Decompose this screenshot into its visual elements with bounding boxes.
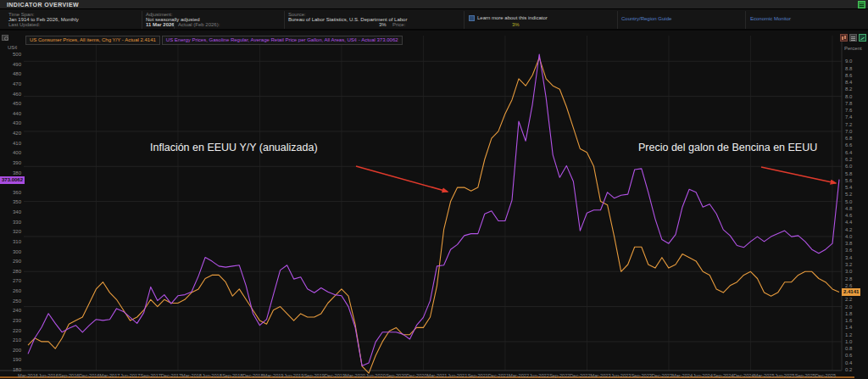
cpi-last-value-tag: 2.4141 bbox=[842, 288, 860, 296]
svg-text:260: 260 bbox=[13, 288, 22, 293]
annotation-arrow bbox=[761, 167, 836, 183]
divider bbox=[617, 11, 618, 29]
svg-text:500: 500 bbox=[13, 52, 22, 57]
legend-gas-label: US Energy Prices, Gasoline Regular, Aver… bbox=[166, 37, 398, 42]
indicator-overview-screen: INDICATOR OVERVIEW Time Span: Jan 1914 t… bbox=[0, 0, 868, 379]
svg-text:8.4: 8.4 bbox=[845, 80, 853, 85]
titlebar: INDICATOR OVERVIEW bbox=[0, 0, 868, 9]
svg-text:210: 210 bbox=[13, 337, 22, 343]
svg-text:6.0: 6.0 bbox=[845, 164, 853, 169]
svg-text:8.2: 8.2 bbox=[845, 86, 853, 92]
svg-text:4.2: 4.2 bbox=[845, 227, 853, 232]
svg-text:Sep-2019: Sep-2019 bbox=[304, 373, 325, 378]
svg-text:7.0: 7.0 bbox=[845, 129, 853, 134]
adjustment-cell: Adjustment: Not seasonally adjusted bbox=[146, 12, 200, 22]
svg-text:5.2: 5.2 bbox=[845, 192, 853, 197]
svg-text:Jun-2022: Jun-2022 bbox=[529, 373, 548, 378]
svg-text:2.0: 2.0 bbox=[845, 304, 853, 309]
svg-text:Mar-2018: Mar-2018 bbox=[181, 373, 202, 378]
svg-text:290: 290 bbox=[13, 259, 22, 264]
svg-text:6.8: 6.8 bbox=[845, 136, 853, 141]
svg-text:Dec-2018: Dec-2018 bbox=[242, 373, 263, 378]
source-cell: Source: Bureau of Labor Statistics, U.S.… bbox=[288, 12, 407, 22]
svg-text:Jun-2023: Jun-2023 bbox=[611, 373, 631, 378]
svg-text:490: 490 bbox=[13, 62, 22, 67]
svg-text:Jun-2018: Jun-2018 bbox=[202, 373, 221, 378]
svg-text:6.4: 6.4 bbox=[845, 150, 853, 155]
svg-text:2.2: 2.2 bbox=[845, 297, 853, 302]
svg-text:Mar-2023: Mar-2023 bbox=[591, 373, 611, 378]
learn-more-link[interactable]: Learn more about this indicator bbox=[469, 15, 548, 21]
svg-text:0.8: 0.8 bbox=[845, 346, 853, 351]
svg-text:Sep-2024: Sep-2024 bbox=[713, 373, 733, 378]
last-updated-label: Last Updated: bbox=[8, 22, 40, 27]
svg-text:7.8: 7.8 bbox=[845, 101, 853, 106]
svg-text:Sep-2016: Sep-2016 bbox=[58, 373, 79, 378]
chart-area[interactable]: 5004904804704604504404304204104003903803… bbox=[0, 31, 868, 379]
svg-text:450: 450 bbox=[13, 101, 22, 106]
svg-text:Mar-2016: Mar-2016 bbox=[18, 373, 38, 378]
svg-text:5.4: 5.4 bbox=[845, 185, 853, 190]
svg-text:250: 250 bbox=[13, 298, 22, 304]
svg-text:7.4: 7.4 bbox=[845, 114, 853, 120]
legend-gas[interactable]: US Energy Prices, Gasoline Regular, Aver… bbox=[162, 36, 403, 45]
svg-text:Dec-2020: Dec-2020 bbox=[406, 373, 426, 378]
svg-text:1.8: 1.8 bbox=[845, 311, 853, 316]
gas-last-value-tag: 373.0062 bbox=[0, 176, 25, 184]
svg-text:Mar-2017: Mar-2017 bbox=[100, 373, 120, 378]
actual-label: Actual (Feb 2026): bbox=[178, 22, 220, 27]
svg-text:470: 470 bbox=[13, 81, 22, 86]
svg-text:4.4: 4.4 bbox=[845, 220, 853, 225]
svg-text:Jun-2021: Jun-2021 bbox=[448, 373, 467, 378]
annotation-arrow bbox=[356, 166, 448, 192]
svg-text:3.2: 3.2 bbox=[845, 262, 853, 267]
data-table-icon[interactable] bbox=[849, 34, 857, 42]
svg-text:7.2: 7.2 bbox=[845, 122, 853, 127]
right-axis-unit: Percent bbox=[844, 46, 862, 51]
svg-text:390: 390 bbox=[13, 160, 22, 165]
svg-text:4.0: 4.0 bbox=[845, 234, 853, 239]
camera-icon[interactable] bbox=[2, 35, 8, 41]
svg-text:4.8: 4.8 bbox=[845, 206, 853, 211]
svg-text:Jun-2025: Jun-2025 bbox=[775, 373, 794, 378]
svg-text:Mar-2021: Mar-2021 bbox=[427, 373, 448, 378]
svg-text:280: 280 bbox=[13, 269, 22, 274]
svg-text:Mar-2022: Mar-2022 bbox=[509, 373, 529, 378]
svg-text:Jun-2024: Jun-2024 bbox=[693, 373, 712, 378]
svg-text:Dec-2016: Dec-2016 bbox=[79, 373, 99, 378]
economic-monitor-link[interactable]: Economic Monitor bbox=[750, 16, 791, 21]
svg-text:Sep-2023: Sep-2023 bbox=[632, 373, 652, 378]
svg-text:1.0: 1.0 bbox=[845, 339, 853, 344]
svg-text:310: 310 bbox=[13, 239, 22, 244]
svg-text:6.2: 6.2 bbox=[845, 157, 853, 162]
country-region-guide-link[interactable]: Country/Region Guide bbox=[621, 16, 671, 21]
svg-text:3.4: 3.4 bbox=[845, 255, 853, 260]
svg-text:320: 320 bbox=[13, 229, 22, 234]
svg-text:0.4: 0.4 bbox=[845, 360, 853, 365]
actual-value: 3% bbox=[379, 22, 387, 27]
svg-text:440: 440 bbox=[13, 111, 22, 116]
svg-text:6.6: 6.6 bbox=[845, 142, 853, 148]
svg-text:200: 200 bbox=[13, 348, 22, 353]
svg-text:8.8: 8.8 bbox=[845, 66, 853, 71]
price-label: Price: bbox=[392, 22, 405, 27]
svg-text:Sep-2018: Sep-2018 bbox=[222, 373, 242, 378]
bar-chart-icon[interactable] bbox=[840, 34, 848, 42]
svg-text:1.2: 1.2 bbox=[845, 332, 853, 337]
legend-cpi[interactable]: US Consumer Prices, All items, Chg Y/Y -… bbox=[25, 36, 160, 45]
svg-text:Dec-2022: Dec-2022 bbox=[570, 373, 590, 378]
svg-text:380: 380 bbox=[13, 170, 22, 176]
line-chart-icon[interactable] bbox=[859, 34, 866, 42]
svg-text:Dec-2024: Dec-2024 bbox=[733, 373, 754, 378]
svg-text:7.6: 7.6 bbox=[845, 108, 853, 113]
svg-text:350: 350 bbox=[13, 199, 22, 204]
page-title: INDICATOR OVERVIEW bbox=[7, 2, 79, 8]
svg-text:190: 190 bbox=[13, 357, 22, 362]
spreadsheet-icon[interactable] bbox=[858, 1, 865, 8]
svg-text:0.6: 0.6 bbox=[845, 353, 853, 358]
divider bbox=[174, 21, 175, 29]
svg-text:460: 460 bbox=[13, 92, 22, 97]
info-strip: Time Span: Jan 1914 to Feb 2026, Monthly… bbox=[0, 9, 868, 31]
svg-text:Jun-2017: Jun-2017 bbox=[120, 373, 140, 378]
svg-text:Sep-2017: Sep-2017 bbox=[141, 373, 161, 378]
